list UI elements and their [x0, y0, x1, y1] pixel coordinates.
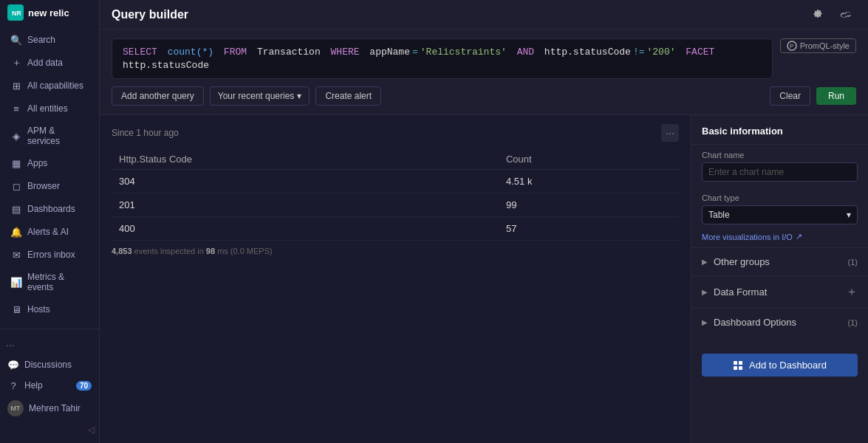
- chart-name-label: Chart name: [702, 151, 858, 159]
- discussions-label: Discussions: [24, 360, 72, 370]
- sidebar-label-dashboards: Dashboards: [27, 204, 75, 214]
- add-another-query-button[interactable]: Add another query: [112, 86, 204, 106]
- external-link-icon: ↗: [796, 232, 802, 241]
- chart-name-row: Chart name: [691, 145, 868, 188]
- settings-icon: [812, 9, 824, 21]
- chart-type-row: Chart type Table ▾: [691, 188, 868, 230]
- viz-link-text: More visualizations in I/O: [702, 233, 793, 241]
- promql-badge[interactable]: P PromQL-style: [780, 38, 856, 53]
- chart-type-select[interactable]: Table ▾: [702, 205, 858, 224]
- dashboard-options-header[interactable]: ▶ Dashboard Options (1): [691, 309, 868, 336]
- discussions-icon: 💬: [7, 359, 19, 371]
- query-cond2-op: !=: [633, 47, 645, 58]
- chevron-right-icon: ▶: [702, 258, 708, 266]
- chart-name-input[interactable]: [702, 162, 858, 182]
- sidebar-item-discussions[interactable]: 💬 Discussions: [0, 354, 99, 375]
- right-panel: Basic information Chart name Chart type …: [691, 115, 868, 443]
- recent-queries-label: Your recent queries: [218, 91, 295, 101]
- chart-type-label: Chart type: [702, 193, 858, 202]
- sidebar-item-help[interactable]: ? Help 70: [0, 375, 99, 396]
- dashboards-icon: ▤: [10, 203, 22, 215]
- cell-status: 201: [112, 193, 499, 217]
- sidebar-label-add-data: Add data: [27, 58, 63, 68]
- apm-icon: ◈: [10, 130, 22, 142]
- sidebar-item-all-capabilities[interactable]: ⊞ All capabilities: [3, 75, 96, 97]
- link-icon: [840, 9, 852, 21]
- share-button[interactable]: [835, 4, 856, 25]
- chevron-down-icon: ▾: [847, 210, 851, 220]
- help-badge: 70: [76, 381, 92, 391]
- search-icon: 🔍: [10, 34, 22, 46]
- run-button[interactable]: Run: [816, 87, 856, 105]
- table-header: Http.Status Code Count: [112, 149, 679, 170]
- logo: NR new relic: [0, 0, 99, 25]
- create-alert-button[interactable]: Create alert: [315, 86, 381, 106]
- main-content: Query builder SELECT count(*) FROM Tran: [100, 0, 868, 443]
- chevron-right-icon-2: ▶: [702, 288, 708, 296]
- query-bar[interactable]: SELECT count(*) FROM Transaction WHERE a…: [112, 38, 773, 79]
- sidebar-more-button[interactable]: ···: [3, 336, 96, 354]
- query-area: SELECT count(*) FROM Transaction WHERE a…: [100, 30, 868, 115]
- query-cond1-op: =: [412, 47, 418, 58]
- results-panel: Since 1 hour ago ··· Http.Status Code Co…: [100, 115, 868, 443]
- dashboard-options-count: (1): [848, 318, 858, 327]
- sidebar-item-apm[interactable]: ◈ APM & services: [3, 120, 96, 151]
- sidebar-item-browser[interactable]: ◻ Browser: [3, 175, 96, 197]
- sidebar-item-search[interactable]: 🔍 Search: [3, 29, 96, 51]
- settings-button[interactable]: [807, 4, 828, 25]
- query-actions: Add another query Your recent queries ▾ …: [112, 86, 856, 106]
- data-format-header[interactable]: ▶ Data Format ＋: [691, 276, 868, 308]
- promql-label: PromQL-style: [800, 41, 850, 50]
- clear-button[interactable]: Clear: [770, 86, 810, 106]
- results-container: Since 1 hour ago ··· Http.Status Code Co…: [100, 115, 691, 443]
- other-groups-count: (1): [848, 258, 858, 267]
- cell-count: 57: [499, 217, 679, 241]
- query-func: count(*): [168, 47, 213, 58]
- sidebar-item-infrastructure[interactable]: ⚙ Infrastructure: [3, 321, 96, 329]
- cell-status: 400: [112, 217, 499, 241]
- user-profile[interactable]: MT Mehren Tahir: [0, 396, 99, 421]
- table-row: 3044.51 k: [112, 170, 679, 193]
- chart-type-value: Table: [708, 210, 730, 220]
- promql-icon: P: [787, 41, 797, 51]
- collapse-icon[interactable]: ◁: [88, 425, 95, 435]
- apps-icon: ▦: [10, 157, 22, 169]
- sidebar-label-apm: APM & services: [27, 126, 89, 146]
- data-format-section: ▶ Data Format ＋: [691, 275, 868, 308]
- query-where: WHERE: [331, 47, 360, 58]
- sidebar-item-add-data[interactable]: ＋ Add data: [3, 52, 96, 74]
- viz-link[interactable]: More visualizations in I/O ↗: [691, 230, 868, 247]
- col-header-count: Count: [499, 149, 679, 170]
- sidebar-item-dashboards[interactable]: ▤ Dashboards: [3, 198, 96, 220]
- sidebar-item-hosts[interactable]: 🖥 Hosts: [3, 298, 96, 320]
- query-from: FROM: [224, 47, 247, 58]
- add-to-dashboard-button[interactable]: Add to Dashboard: [702, 354, 858, 377]
- inbox-icon: ✉: [10, 249, 22, 261]
- footer-text: 4,853 events inspected in 98 ms (0.0 MEP…: [112, 247, 273, 255]
- dashboard-options-label: Dashboard Options: [714, 317, 796, 328]
- header-icons: [807, 4, 856, 25]
- query-cond2-key: http.statusCode: [544, 47, 631, 58]
- table-footer: 4,853 events inspected in 98 ms (0.0 MEP…: [112, 247, 679, 255]
- sidebar-item-all-entities[interactable]: ≡ All entities: [3, 97, 96, 120]
- other-groups-header[interactable]: ▶ Other groups (1): [691, 248, 868, 275]
- sidebar-label-search: Search: [27, 35, 55, 45]
- plus-icon: ＋: [846, 284, 858, 300]
- recent-queries-button[interactable]: Your recent queries ▾: [210, 86, 310, 106]
- svg-rect-5: [739, 361, 742, 365]
- sidebar-item-metrics[interactable]: 📊 Metrics & events: [3, 267, 96, 298]
- logo-icon: NR: [7, 4, 24, 21]
- dashboard-add-icon: [733, 360, 743, 371]
- sidebar-label-metrics: Metrics & events: [27, 272, 89, 292]
- cell-count: 99: [499, 193, 679, 217]
- sidebar-item-apps[interactable]: ▦ Apps: [3, 152, 96, 174]
- chevron-down-icon: ▾: [297, 91, 301, 101]
- sidebar-item-errors[interactable]: ✉ Errors inbox: [3, 244, 96, 266]
- user-name: Mehren Tahir: [29, 403, 81, 413]
- nav-items: 🔍 Search ＋ Add data ⊞ All capabilities ≡…: [0, 25, 99, 329]
- query-and: AND: [517, 47, 534, 58]
- sidebar-item-alerts[interactable]: 🔔 Alerts & AI: [3, 221, 96, 243]
- query-facet: FACET: [686, 47, 714, 58]
- svg-text:NR: NR: [12, 10, 21, 17]
- more-options-button[interactable]: ···: [661, 124, 679, 142]
